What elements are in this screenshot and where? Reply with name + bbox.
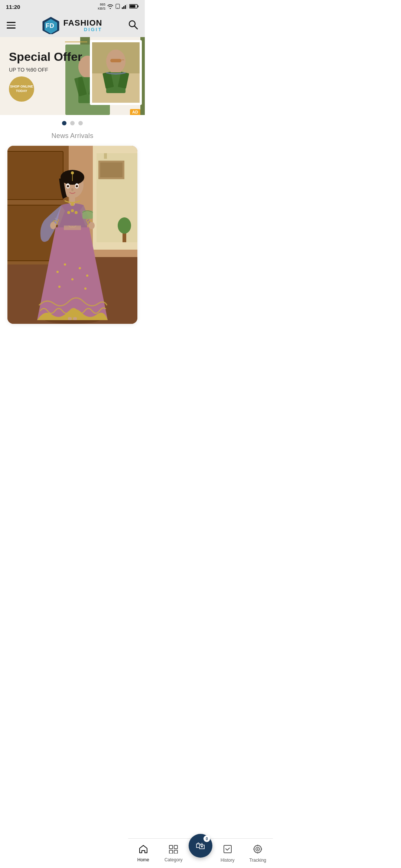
svg-point-64 <box>89 222 95 229</box>
svg-point-54 <box>71 171 74 174</box>
promo-banner: Special Offer UP TO %90 OFF SHOP ONLINE … <box>0 37 145 115</box>
status-bar: 11:20 865 KB/S <box>0 0 145 13</box>
new-arrivals-title: News Arrivals <box>0 129 145 146</box>
battery-icon <box>129 4 139 10</box>
network-speed: 865 KB/S <box>98 3 105 11</box>
svg-rect-2 <box>125 5 126 9</box>
svg-rect-0 <box>122 7 123 9</box>
svg-point-34 <box>118 217 131 234</box>
svg-point-44 <box>58 286 61 288</box>
svg-rect-36 <box>100 162 123 177</box>
svg-point-58 <box>76 185 78 187</box>
svg-text:FD: FD <box>46 22 54 29</box>
svg-point-60 <box>71 203 74 206</box>
svg-rect-3 <box>126 4 127 9</box>
dot-1[interactable] <box>62 121 66 125</box>
svg-rect-37 <box>104 153 107 159</box>
svg-point-39 <box>56 271 59 273</box>
menu-button[interactable] <box>7 22 16 29</box>
logo-fashion-text: FASHION <box>63 19 102 27</box>
carousel-dots <box>0 115 145 129</box>
svg-point-41 <box>71 278 74 280</box>
dot-2[interactable] <box>70 121 75 125</box>
svg-point-43 <box>86 274 88 277</box>
svg-point-59 <box>71 188 74 191</box>
svg-point-46 <box>67 211 70 214</box>
status-time: 11:20 <box>6 4 20 10</box>
logo-icon: FD <box>41 16 61 34</box>
shop-badge[interactable]: SHOP ONLINE TODAY <box>9 76 34 102</box>
signal-icon <box>122 4 128 10</box>
lehenga-illustration <box>7 146 137 324</box>
svg-point-47 <box>71 209 74 212</box>
svg-point-42 <box>79 267 81 269</box>
product-image <box>7 146 137 324</box>
search-button[interactable] <box>128 19 138 31</box>
dot-3[interactable] <box>78 121 83 125</box>
ad-badge: AD <box>130 109 140 115</box>
app-header: FD FASHION DIGIT <box>0 13 145 37</box>
svg-rect-28 <box>7 151 63 200</box>
banner-subtitle: UP TO %90 OFF <box>9 67 145 73</box>
svg-point-48 <box>75 211 78 214</box>
svg-point-45 <box>84 287 87 290</box>
logo-text: FASHION DIGIT <box>63 19 102 32</box>
svg-rect-5 <box>130 5 136 8</box>
svg-line-11 <box>134 26 137 29</box>
status-icons: 865 KB/S <box>98 3 139 11</box>
svg-point-40 <box>64 263 66 266</box>
svg-rect-66 <box>68 317 72 320</box>
svg-point-63 <box>50 222 56 229</box>
banner-text-area: Special Offer UP TO %90 OFF SHOP ONLINE … <box>0 43 145 109</box>
logo: FD FASHION DIGIT <box>41 16 102 34</box>
svg-rect-67 <box>73 317 77 320</box>
svg-point-57 <box>67 185 69 187</box>
banner-title: Special Offer <box>9 50 145 63</box>
svg-rect-6 <box>137 6 138 7</box>
phone-icon <box>115 4 120 10</box>
product-card[interactable] <box>7 146 137 324</box>
wifi-icon <box>107 4 114 10</box>
logo-digit-text: DIGIT <box>63 27 102 32</box>
svg-rect-1 <box>123 6 124 9</box>
